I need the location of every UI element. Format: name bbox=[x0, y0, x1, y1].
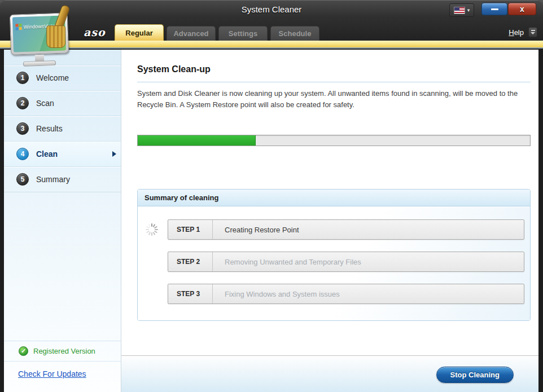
step-row-1: STEP 1 Creating Restore Point bbox=[168, 219, 524, 240]
accent-strip bbox=[0, 41, 543, 49]
language-selector[interactable]: ▾ bbox=[449, 3, 474, 17]
main-panel: System Clean-up System and Disk Cleaner … bbox=[121, 50, 538, 392]
check-circle-icon: ✓ bbox=[19, 346, 28, 356]
summary-panel: Summary of cleaning STEP 1 Creating Rest… bbox=[137, 189, 531, 321]
minimize-button[interactable] bbox=[481, 3, 507, 15]
tab-settings[interactable]: Settings bbox=[218, 26, 268, 41]
progress-fill bbox=[138, 135, 256, 146]
step-label: STEP 2 bbox=[168, 252, 213, 271]
brush-icon bbox=[41, 2, 78, 55]
registered-status: ✓ Registered Version bbox=[4, 341, 121, 362]
steps-list: STEP 1 Creating Restore Point STEP 2 Rem… bbox=[168, 219, 524, 316]
chevron-down-icon: ▾ bbox=[467, 8, 470, 13]
step-text: Creating Restore Point bbox=[213, 226, 299, 234]
tab-schedule[interactable]: Schedule bbox=[270, 26, 319, 41]
step-row-3: STEP 3 Fixing Windows and System issues bbox=[168, 284, 524, 304]
help-menu[interactable]: Help bbox=[509, 28, 524, 37]
sidebar-nav: 1 Welcome 2 Scan 3 Results 4 Clean 5 bbox=[4, 65, 121, 192]
description-text: System and Disk Cleaner is now cleaning … bbox=[137, 88, 527, 111]
cleaning-progress-bar bbox=[137, 135, 531, 146]
active-arrow-icon bbox=[112, 151, 116, 157]
minimize-icon bbox=[491, 8, 498, 10]
help-area: Help bbox=[509, 27, 537, 37]
windows-flag-icon bbox=[15, 24, 21, 30]
tab-advanced[interactable]: Advanced bbox=[167, 26, 216, 41]
tab-bar: Regular Advanced Settings Schedule bbox=[115, 24, 319, 41]
help-dropdown-button[interactable] bbox=[528, 27, 537, 37]
step-badge-2: 2 bbox=[16, 97, 29, 109]
content-area: 1 Welcome 2 Scan 3 Results 4 Clean 5 bbox=[4, 50, 538, 392]
brand-logo: aso bbox=[84, 26, 106, 38]
footer-bar: Stop Cleaning bbox=[121, 355, 538, 392]
step-badge-4: 4 bbox=[16, 148, 29, 160]
step-label: STEP 1 bbox=[168, 220, 213, 239]
sidebar-item-welcome[interactable]: 1 Welcome bbox=[4, 65, 121, 91]
step-text: Fixing Windows and System issues bbox=[213, 290, 340, 298]
us-flag-icon bbox=[454, 7, 465, 14]
app-logo: WindowsVista bbox=[8, 3, 81, 68]
step-row-2: STEP 2 Removing Unwanted and Temporary F… bbox=[168, 252, 524, 272]
sidebar-item-clean[interactable]: 4 Clean bbox=[4, 142, 121, 167]
step-badge-3: 3 bbox=[16, 122, 29, 135]
spinner-icon bbox=[145, 223, 159, 236]
page-title: System Clean-up bbox=[137, 64, 531, 74]
check-updates-link[interactable]: Check For Updates bbox=[18, 369, 86, 378]
sidebar-item-summary[interactable]: 5 Summary bbox=[4, 167, 121, 192]
step-badge-1: 1 bbox=[16, 72, 29, 84]
sidebar: 1 Welcome 2 Scan 3 Results 4 Clean 5 bbox=[4, 50, 121, 392]
step-label: STEP 3 bbox=[168, 284, 213, 303]
step-text: Removing Unwanted and Temporary Files bbox=[213, 258, 361, 266]
summary-panel-body: STEP 1 Creating Restore Point STEP 2 Rem… bbox=[138, 207, 530, 320]
title-bar: System Cleaner ▾ x Regular Advanced Sett… bbox=[0, 0, 543, 41]
app-window: System Cleaner ▾ x Regular Advanced Sett… bbox=[0, 0, 543, 392]
step-badge-5: 5 bbox=[16, 173, 29, 186]
heading-divider bbox=[137, 82, 531, 82]
stop-cleaning-button[interactable]: Stop Cleaning bbox=[436, 367, 514, 383]
close-button[interactable]: x bbox=[508, 3, 536, 15]
sidebar-item-results[interactable]: 3 Results bbox=[4, 116, 121, 142]
sidebar-item-scan[interactable]: 2 Scan bbox=[4, 91, 121, 116]
help-dropdown-icon bbox=[531, 30, 535, 31]
tab-regular[interactable]: Regular bbox=[115, 24, 164, 41]
registered-label: Registered Version bbox=[33, 347, 95, 355]
summary-panel-title: Summary of cleaning bbox=[138, 190, 530, 206]
